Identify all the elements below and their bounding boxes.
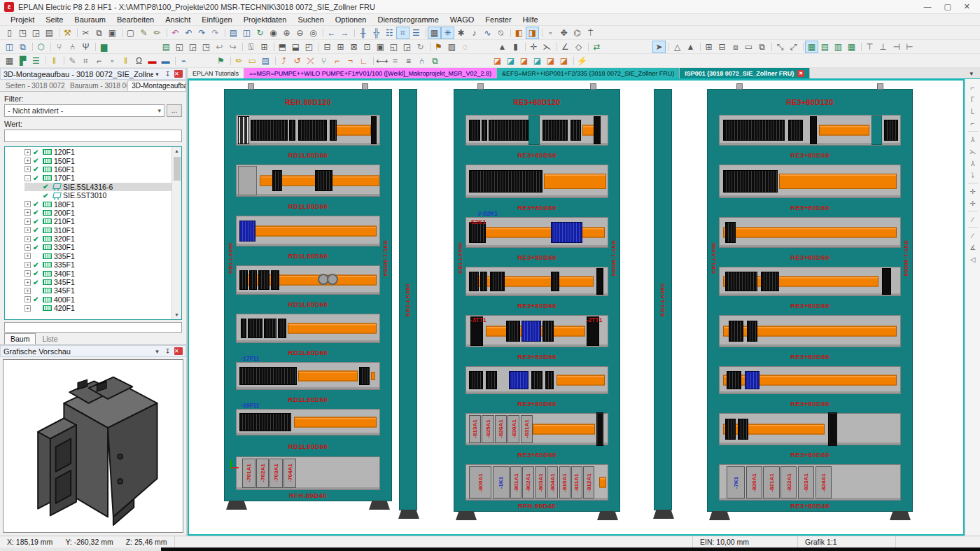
labeled-device[interactable]: -7K1 [727,466,745,498]
preview-pin-icon[interactable]: ↧ [164,348,172,355]
vertical-duct-strip-1[interactable]: KB1-LK080 [399,89,417,510]
wire-duct[interactable] [599,477,606,488]
mounting-rail[interactable] [236,115,380,146]
tree-expander-icon[interactable]: + [24,227,31,233]
component-round[interactable] [327,274,338,285]
small-box-icon[interactable]: ▫ [106,55,119,67]
component-block[interactable] [359,367,369,386]
menu-einfügen[interactable]: Einfügen [197,15,237,25]
tree-scrollbar[interactable]: ▲ ▼ [172,147,181,319]
table-edit-icon[interactable]: ▛ [16,55,29,67]
paste-icon[interactable]: ▣ [106,27,119,39]
tree-item-330f1[interactable]: +✔330F1 [24,243,172,251]
scroll-up-icon[interactable]: ▲ [174,147,179,155]
open-document-icon[interactable]: ◳ [16,27,29,39]
wire-duct-3-icon[interactable]: ◪ [517,55,531,67]
component-block[interactable] [241,319,246,338]
tab-overflow-icon[interactable]: ▾ [962,68,980,78]
enclosure-1-icon[interactable]: ⬒ [276,41,289,53]
menu-wago[interactable]: WAGO [445,15,479,25]
tree-item-180f1[interactable]: +✔180F1 [24,200,172,208]
rail-tool-1-icon[interactable]: ╫ [356,27,370,39]
undo-icon[interactable]: ↶ [182,27,195,39]
tree-item-200f1[interactable]: +✔200F1 [24,209,172,217]
undo-history-icon[interactable]: ↶ [169,27,182,39]
wire-duct-1-icon[interactable]: ◪ [491,55,504,67]
vertical-duct-strip-2[interactable]: KB1-LK080 [654,89,672,510]
select-region-icon[interactable]: ▢ [124,27,137,39]
view-3d-2-icon[interactable]: ◨ [526,27,539,39]
component-block[interactable] [725,419,736,440]
sync-forward-icon[interactable]: ↪ [226,41,239,53]
component-block[interactable] [570,120,580,140]
component-blue[interactable] [239,221,255,241]
mounting-rail[interactable]: -7K1-820A1-821A1-822A1-823A1-824A1 [719,464,901,501]
plugin-puzzle-icon[interactable]: ⬡ [34,41,48,53]
labeled-device[interactable]: -1K1 [493,466,510,498]
reload-icon[interactable]: ◌ [458,41,472,53]
labeled-device[interactable]: -822A1 [780,466,797,498]
component-block[interactable] [248,319,262,338]
component-block[interactable] [506,321,520,342]
labeled-device[interactable]: -811A1 [571,466,582,498]
mounting-rail[interactable]: -813A1-825A1-826A1-830A1-831A1 [465,413,608,445]
cabinet-panel-3[interactable]: RE3+80D120RE3+80D60RE3+80D60RE3+80D60RE3… [707,89,913,512]
wire-duct[interactable] [469,277,594,287]
enclosure-2-icon[interactable]: ⬓ [289,41,302,53]
workspace-box-icon[interactable]: ▫ [544,27,557,39]
component-block[interactable] [747,321,757,342]
preview-close-icon[interactable]: ✕ [174,347,183,355]
device-navigator-icon[interactable]: ◫ [240,27,253,39]
component-block[interactable] [371,116,377,144]
wire-branch-icon[interactable]: ⑂ [317,55,330,67]
page-copy-icon[interactable]: ◱ [173,41,186,53]
dimension-6-icon[interactable]: ✛ [967,197,979,209]
mounting-rail[interactable] [236,265,380,295]
plc-box-icon[interactable]: ⊞ [258,41,271,53]
component-blue[interactable] [745,371,760,390]
wire-duct-4-icon[interactable]: ◪ [531,55,544,67]
menu-ansicht[interactable]: Ansicht [160,15,195,25]
snap-off-icon[interactable]: ✱ [454,27,468,39]
scrollbar-thumb[interactable] [174,157,181,181]
list-rows-icon[interactable]: ≡ [402,55,415,67]
menu-seite[interactable]: Seite [41,15,68,25]
view-tab-baum[interactable]: Baum [4,333,36,344]
pointer-cursor-icon[interactable]: ➤ [652,41,666,53]
box-3d-3-icon[interactable]: ⧈ [729,41,742,53]
tree-item-160f1[interactable]: +✔160F1 [24,165,172,174]
component-block[interactable] [251,120,288,140]
document-tab--efs-msr-isp001-f2-335-3018-00[interactable]: &EFS=MSR++ISP001+F2/335 (3018 0072_SIE_Z… [497,68,680,78]
tree-expander-icon[interactable]: + [24,209,31,216]
polygon-draw-icon[interactable]: △ [671,41,684,53]
tree-expander-icon[interactable]: + [24,158,31,164]
mounting-rail[interactable] [236,314,380,343]
labeled-device[interactable]: -800A1 [469,466,491,498]
dimension-1-icon[interactable]: ⅄ [967,134,979,145]
mounting-rail[interactable]: -3TT1-2TT1 [465,315,608,347]
scroll-down-icon[interactable]: ▼ [174,311,179,319]
copy-icon[interactable]: ⧉ [92,27,106,39]
component-block[interactable] [469,272,479,291]
labeled-device[interactable]: -813A1 [469,415,481,443]
preview-menu-icon[interactable]: ▾ [153,348,161,355]
tree-expander-icon[interactable]: - [24,175,31,181]
zoom-in-icon[interactable]: ⊕ [280,27,293,39]
equals-icon[interactable]: = [388,55,402,67]
labeled-device[interactable]: -803A1 [535,466,546,498]
pin-column-icon[interactable]: ▮ [509,41,522,53]
component-block[interactable] [725,272,757,291]
menu-projekt[interactable]: Projekt [6,15,39,25]
component-block[interactable] [371,372,375,379]
dash-blue-icon[interactable]: ▬ [159,55,172,67]
maximize-button[interactable]: ▢ [944,2,951,11]
labeled-device[interactable]: -701A1 [242,459,255,488]
rail-tool-2-icon[interactable]: ╬ [370,27,383,39]
montageaufbau-panel-header[interactable]: 3D-Montageaufbau - 3018 0072_SIE_Zollner… [0,68,186,80]
component-block[interactable] [239,367,297,386]
component-block[interactable] [594,116,601,144]
tree-item-345f1[interactable]: +345F1 [24,286,172,295]
component-block[interactable] [723,170,777,193]
zoom-window-icon[interactable]: ◎ [307,27,320,39]
menu-projektdaten[interactable]: Projektdaten [239,15,292,25]
